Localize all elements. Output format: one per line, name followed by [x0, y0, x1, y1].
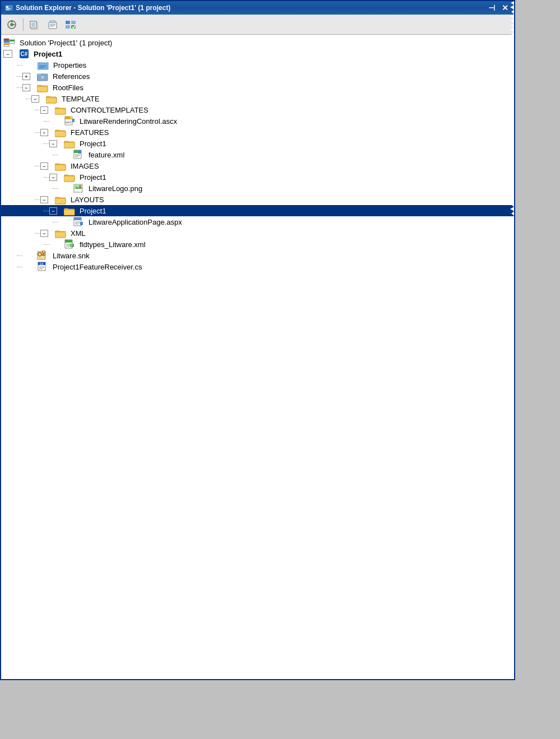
tree-node-fldtypes[interactable]: fldtypes_Litware.xml	[1, 239, 514, 250]
svg-rect-93	[65, 240, 72, 243]
project1-expand-btn[interactable]: −	[3, 50, 12, 58]
pin-button[interactable]: ⊣	[486, 3, 497, 12]
template-expand-btn[interactable]: −	[31, 95, 39, 103]
svg-text:ascx: ascx	[66, 120, 72, 124]
tree-node-litwarerendering[interactable]: ascx LitwareRenderingControl.ascx	[1, 115, 514, 127]
references-icon: ≡	[36, 71, 49, 81]
folder-open-icon-svg	[37, 83, 48, 92]
litwarerendering-label: LitwareRenderingControl.ascx	[78, 117, 179, 126]
folder-icon-svg2	[46, 94, 57, 104]
title-bar: Solution Explorer - Solution 'Project1' …	[1, 1, 514, 15]
layouts-project1-expand-btn[interactable]: −	[49, 207, 57, 215]
solution-file-icon	[3, 38, 16, 48]
svg-rect-84	[74, 217, 81, 220]
properties-no-expand	[22, 61, 31, 69]
images-project1-label: Project1	[78, 173, 108, 182]
paste-button[interactable]	[44, 17, 61, 32]
layouts-label: LAYOUTS	[69, 195, 106, 204]
features-folder-icon	[54, 127, 67, 137]
copy-icon	[30, 20, 40, 30]
tree-node-references[interactable]: + ≡ References	[1, 71, 514, 82]
featurexml-label: feature.xml	[87, 150, 126, 160]
tree-node-layouts[interactable]: − LAYOUTS	[1, 194, 514, 205]
tree-node-features[interactable]: − FEATURES	[1, 127, 514, 138]
hline-rootfiles	[17, 87, 22, 88]
svg-rect-72	[64, 176, 74, 182]
svg-rect-82	[64, 210, 74, 215]
svg-rect-20	[66, 25, 70, 29]
features-project1-label: Project1	[78, 139, 108, 148]
title-bar-controls: ⊣ ✕	[486, 3, 511, 12]
tree-node-properties[interactable]: Properties	[1, 59, 514, 71]
svg-rect-26	[10, 40, 15, 41]
tree-node-project1[interactable]: − C# Project1	[1, 48, 514, 59]
svg-rect-8	[30, 21, 36, 28]
features-project1-expand-btn[interactable]: −	[49, 140, 57, 147]
svg-rect-91	[55, 232, 66, 238]
svg-rect-103	[44, 254, 45, 256]
svg-rect-54	[72, 119, 74, 122]
hline-template	[26, 99, 31, 99]
title-bar-left: Solution Explorer - Solution 'Project1' …	[4, 3, 170, 12]
features-project1-folder-icon	[63, 138, 76, 148]
properties-icon	[37, 60, 49, 70]
tree-node-project1featurereceiver[interactable]: C# Project1FeatureReceiver.cs	[1, 261, 514, 272]
csharp-project-icon: C#	[18, 49, 30, 59]
layouts-expand-btn[interactable]: −	[40, 196, 48, 203]
tree-area: Solution 'Project1' (1 project) − C# Pro…	[1, 35, 514, 679]
aspx-file-icon	[72, 217, 85, 227]
svg-rect-24	[4, 40, 9, 43]
features-expand-btn[interactable]: −	[40, 129, 48, 136]
svg-rect-28	[4, 44, 9, 45]
template-label: TEMPLATE	[60, 94, 101, 104]
properties-icon-svg	[38, 61, 49, 70]
solution-explorer-window: Solution Explorer - Solution 'Project1' …	[0, 0, 515, 680]
tree-node-images-project1[interactable]: − Project1	[1, 171, 514, 183]
copy-button[interactable]	[26, 17, 43, 32]
svg-text:C#: C#	[40, 262, 44, 266]
controltemplates-expand-btn[interactable]: −	[40, 106, 48, 114]
rootfiles-label: RootFiles	[51, 83, 85, 92]
title-text: Solution Explorer - Solution 'Project1' …	[16, 4, 170, 12]
svg-point-76	[79, 185, 81, 187]
tree-node-featurexml[interactable]: feature.xml	[1, 149, 514, 160]
xml-expand-btn[interactable]: −	[40, 230, 48, 237]
show-all-files-button[interactable]	[62, 17, 79, 32]
refresh-button[interactable]	[3, 17, 20, 32]
tree-node-layouts-project1[interactable]: − Project1	[1, 205, 514, 216]
svg-rect-88	[80, 222, 83, 225]
tree-node-xml[interactable]: − XML	[1, 227, 514, 239]
layouts-project1-folder-icon	[63, 206, 76, 216]
svg-rect-39	[38, 73, 41, 75]
tree-node-solution[interactable]: Solution 'Project1' (1 project)	[1, 37, 514, 48]
featurexml-file-icon	[72, 150, 85, 160]
features-label: FEATURES	[69, 128, 110, 137]
svg-rect-79	[55, 198, 66, 204]
svg-rect-57	[55, 131, 66, 137]
svg-point-5	[10, 23, 13, 26]
tree-node-template[interactable]: − TEMPLATE	[1, 93, 514, 104]
svg-rect-23	[4, 39, 9, 40]
controltemplates-folder-icon	[54, 105, 67, 115]
svg-rect-63	[74, 150, 78, 153]
tree-node-litwaresnk[interactable]: Litware.snk	[1, 250, 514, 261]
references-expand-btn[interactable]: +	[22, 73, 30, 80]
svg-rect-2	[6, 8, 11, 9]
tree-node-features-project1[interactable]: − Project1	[1, 138, 514, 149]
images-project1-expand-btn[interactable]: −	[49, 174, 57, 181]
fldtypes-label: fldtypes_Litware.xml	[78, 240, 147, 249]
template-folder-icon	[45, 94, 58, 104]
project1featurereceiver-label: Project1FeatureReceiver.cs	[51, 262, 144, 272]
tree-node-controltemplates[interactable]: − CONTROLTEMPLATES	[1, 104, 514, 115]
rootfiles-expand-btn[interactable]: −	[22, 84, 30, 91]
tree-node-images[interactable]: − IMAGES	[1, 160, 514, 171]
tree-node-litwarelogo[interactable]: LitwareLogo.png	[1, 183, 514, 194]
close-button[interactable]: ✕	[500, 3, 511, 12]
images-expand-btn[interactable]: −	[40, 162, 48, 170]
tree-node-litwareapppage[interactable]: LitwareApplicationPage.aspx	[1, 216, 514, 227]
tree-node-rootfiles[interactable]: − RootFiles	[1, 82, 514, 93]
show-all-files-icon	[65, 19, 76, 30]
svg-text:C#: C#	[21, 51, 28, 57]
litwaresnk-file-icon	[36, 250, 49, 261]
solution-icon	[3, 38, 16, 48]
